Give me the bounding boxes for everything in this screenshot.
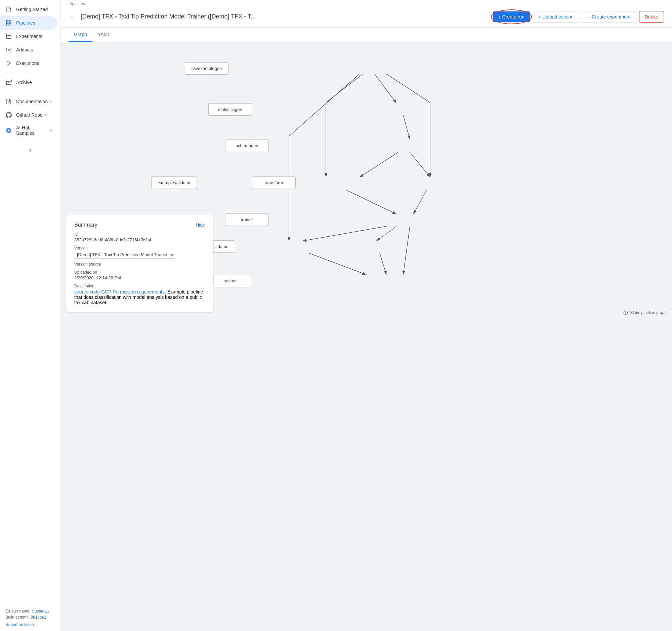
- node-examplevalidator[interactable]: examplevalidator: [151, 177, 197, 189]
- main-content: Pipelines ← [Demo] TFX - Taxi Tip Predic…: [61, 0, 672, 631]
- svg-point-4: [8, 49, 10, 51]
- build-commit-value[interactable]: 881cde2: [30, 615, 46, 620]
- back-button[interactable]: ←: [69, 11, 78, 22]
- sidebar-item-label: AI Hub Samples: [16, 125, 48, 136]
- version-select[interactable]: [Demo] TFX - Taxi Tip Prediction Model T…: [74, 251, 175, 258]
- svg-line-13: [403, 115, 410, 140]
- page-title: [Demo] TFX - Taxi Tip Prediction Model T…: [81, 13, 256, 20]
- executions-icon: [5, 60, 12, 67]
- summary-description-label: Description: [74, 284, 205, 288]
- node-csvexamplegen[interactable]: csvexamplegen: [185, 62, 229, 75]
- svg-line-15: [380, 253, 386, 275]
- create-experiment-button[interactable]: + Create experiment: [582, 11, 636, 23]
- report-issue-link[interactable]: Report an Issue: [5, 622, 34, 627]
- svg-line-12: [375, 74, 397, 103]
- node-schemagen[interactable]: schemagen: [225, 140, 269, 152]
- summary-uploaded-on-label: Uploaded on: [74, 270, 205, 275]
- external-link-icon: ↗: [49, 100, 52, 103]
- svg-rect-3: [9, 24, 11, 25]
- sidebar-item-label: Pipelines: [16, 20, 35, 26]
- doc-icon: [5, 98, 12, 105]
- archive-icon: [5, 79, 12, 86]
- sidebar-item-documentation[interactable]: Documentation ↗: [0, 95, 57, 108]
- title-row: ← [Demo] TFX - Taxi Tip Prediction Model…: [69, 11, 490, 22]
- svg-rect-6: [6, 80, 12, 81]
- node-transform[interactable]: transform: [252, 177, 296, 189]
- sidebar-item-pipelines[interactable]: Pipelines: [0, 16, 57, 29]
- create-run-wrapper: + Create run: [493, 11, 530, 22]
- sidebar-item-label: Documentation: [16, 99, 48, 104]
- graph-area[interactable]: csvexamplegen statisticsgen schemagen ex…: [61, 42, 672, 631]
- sidebar-item-executions[interactable]: Executions: [0, 56, 57, 70]
- artifacts-icon: [5, 46, 12, 53]
- sidebar: Getting Started Pipelines Experiments Ar…: [0, 0, 61, 631]
- topbar: ← [Demo] TFX - Taxi Tip Prediction Model…: [61, 6, 672, 28]
- breadcrumb: Pipelines: [69, 1, 85, 6]
- info-icon: [623, 310, 628, 315]
- external-link-icon-aihub: ↗: [49, 129, 52, 133]
- summary-description-link[interactable]: source code GCP Permission requirements: [74, 289, 165, 295]
- toolbar: + Create run + Upload version + Create e…: [493, 11, 664, 23]
- graph-canvas: csvexamplegen statisticsgen schemagen ex…: [61, 42, 672, 318]
- delete-label: Delete: [645, 14, 658, 20]
- breadcrumb-bar: Pipelines: [61, 0, 672, 6]
- build-commit-label: Build commit:: [5, 615, 29, 620]
- node-pusher[interactable]: pusher: [208, 275, 252, 287]
- sidebar-divider-2: [5, 92, 55, 92]
- version-select-wrapper: [Demo] TFX - Taxi Tip Prediction Model T…: [74, 251, 205, 258]
- create-experiment-label: + Create experiment: [588, 14, 630, 20]
- experiments-icon: [5, 33, 12, 40]
- tabs: Graph YAML: [61, 28, 672, 42]
- sidebar-collapse-btn[interactable]: [0, 145, 60, 156]
- summary-title: Summary: [74, 222, 97, 228]
- sidebar-divider-1: [5, 73, 55, 73]
- summary-id-value: 352a728f-6cd8-488b-8dd2-3716f1ffc3af: [74, 237, 205, 242]
- svg-line-14: [413, 190, 427, 214]
- delete-button[interactable]: Delete: [639, 11, 664, 23]
- summary-uploaded-on-value: 2/20/2020, 12:14:28 PM: [74, 275, 205, 280]
- external-link-icon-github: ↗: [44, 113, 47, 117]
- node-trainer[interactable]: trainer: [225, 213, 269, 226]
- summary-id-label: ID: [74, 232, 205, 237]
- sidebar-item-github[interactable]: Github Repo ↗: [0, 108, 57, 122]
- sidebar-item-label: Getting Started: [16, 7, 48, 12]
- sidebar-item-experiments[interactable]: Experiments: [0, 29, 57, 43]
- sidebar-item-aihub[interactable]: AI Hub Samples ↗: [0, 122, 57, 139]
- graph-footer-text: Static pipeline graph: [630, 310, 667, 315]
- create-run-label: + Create run: [498, 14, 525, 20]
- sidebar-footer: Cluster name: cluster-11 Build commit: 8…: [0, 605, 60, 631]
- sidebar-item-getting-started[interactable]: Getting Started: [0, 3, 57, 16]
- sidebar-item-label: Artifacts: [16, 47, 33, 52]
- sidebar-item-artifacts[interactable]: Artifacts: [0, 43, 57, 56]
- sidebar-item-label: Executions: [16, 61, 39, 66]
- svg-rect-0: [6, 21, 8, 22]
- upload-version-button[interactable]: + Upload version: [532, 11, 579, 23]
- svg-rect-2: [6, 24, 8, 25]
- summary-header: Summary Hide: [74, 222, 205, 228]
- summary-version-label: Version: [74, 246, 205, 251]
- summary-panel: Summary Hide ID 352a728f-6cd8-488b-8dd2-…: [66, 215, 214, 312]
- cluster-name-label: Cluster name:: [5, 609, 30, 613]
- node-statisticsgen[interactable]: statisticsgen: [208, 103, 252, 116]
- graph-footer: Static pipeline graph: [623, 310, 667, 315]
- upload-version-label: + Upload version: [538, 14, 574, 20]
- tab-yaml[interactable]: YAML: [92, 28, 116, 42]
- create-run-button[interactable]: + Create run: [493, 11, 530, 22]
- hide-button[interactable]: Hide: [196, 222, 205, 228]
- pipeline-icon: [5, 20, 12, 26]
- svg-rect-1: [9, 21, 11, 22]
- sidebar-item-label: Archive: [16, 80, 32, 85]
- aihub-icon: [5, 127, 12, 134]
- sidebar-item-archive[interactable]: Archive: [0, 76, 57, 89]
- summary-version-source-label: Version source: [74, 262, 205, 266]
- cluster-name-value[interactable]: cluster-11: [31, 609, 49, 613]
- summary-description-text: source code GCP Permission requirements.…: [74, 289, 205, 305]
- tab-graph[interactable]: Graph: [69, 28, 92, 42]
- svg-marker-5: [7, 61, 11, 66]
- github-icon: [5, 112, 12, 118]
- sidebar-item-label: Experiments: [16, 33, 42, 39]
- file-icon: [5, 6, 12, 13]
- sidebar-item-label: Github Repo: [16, 112, 43, 118]
- sidebar-divider-3: [5, 142, 55, 142]
